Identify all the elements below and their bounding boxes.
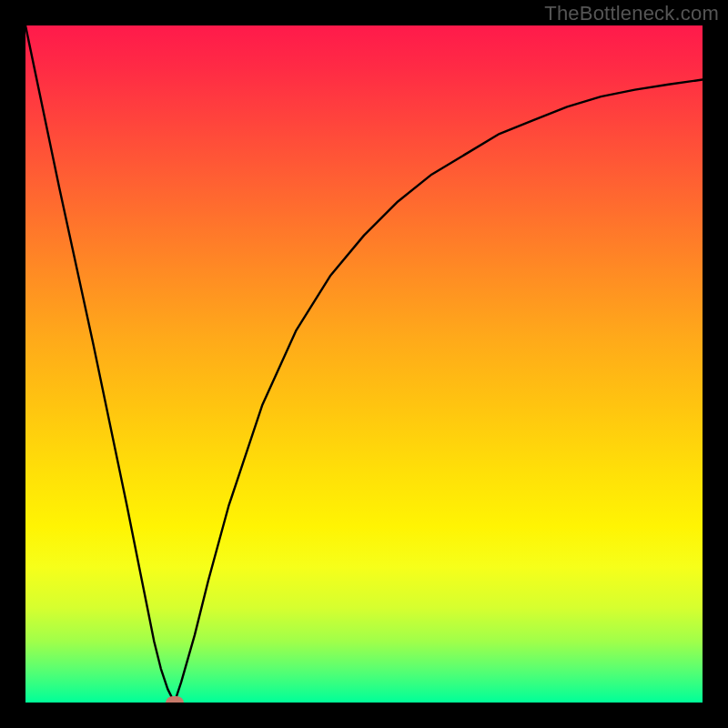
bottleneck-curve <box>25 25 703 703</box>
watermark-text: TheBottleneck.com <box>544 2 719 25</box>
plot-area <box>25 25 703 703</box>
chart-frame: TheBottleneck.com <box>0 0 728 728</box>
optimum-marker <box>166 696 184 703</box>
